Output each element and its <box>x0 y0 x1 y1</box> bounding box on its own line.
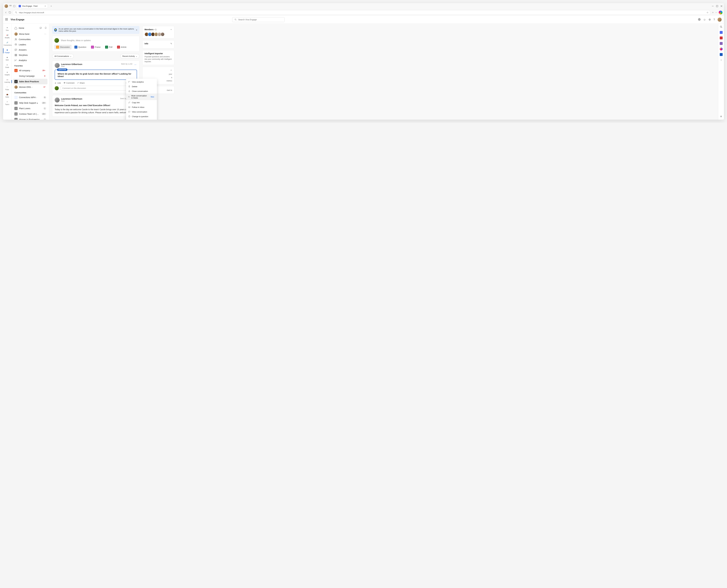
community-item[interactable]: Women ERG ✓17 <box>13 84 47 90</box>
rail-amplify[interactable]: 📢Amplify <box>3 32 11 40</box>
help-icon[interactable]: ? <box>713 18 715 21</box>
svg-point-15 <box>16 44 17 44</box>
composer-tab-discussion[interactable]: ▢Discussion <box>55 45 71 49</box>
community-item[interactable]: ▢Plant Lovers1 <box>13 106 47 111</box>
member-avatars[interactable] <box>145 32 172 36</box>
minimize-button[interactable] <box>712 5 714 7</box>
author-avatar[interactable] <box>55 98 60 103</box>
url-input[interactable]: https://engage.cloud.microsoft ✩ <box>13 10 711 15</box>
rail-insights[interactable]: ◈Insights <box>3 69 11 77</box>
user-avatar[interactable] <box>718 18 722 22</box>
svg-line-10 <box>236 20 236 20</box>
community-item[interactable]: ▢Contoso Team UX (Desig... ✓20+ <box>13 111 47 117</box>
composer-tab-article[interactable]: ▢Article <box>115 45 128 49</box>
emoji-icon[interactable]: ☺ <box>703 18 706 21</box>
post-author[interactable]: Laurence Gilbertson <box>61 98 82 100</box>
comment-input[interactable]: Comment on this discussion <box>60 86 137 90</box>
search-field[interactable] <box>238 19 283 21</box>
viva-icon: ❖ <box>6 26 9 29</box>
community-item[interactable]: ▢Sales Best Practices <box>13 79 47 84</box>
share-button[interactable]: ↗Share <box>77 82 85 84</box>
more-icon[interactable]: ⋯ <box>44 33 46 35</box>
nav-home[interactable]: Home <box>13 25 38 31</box>
menu-view-analytics[interactable]: View analytics <box>126 80 157 84</box>
edge-office-icon[interactable] <box>720 47 723 50</box>
globe-icon[interactable]: 🌐︎ <box>698 18 701 21</box>
profile-avatar[interactable] <box>4 4 8 8</box>
sort-activity[interactable]: Recent Activity⌄ <box>120 54 140 59</box>
like-button[interactable]: 👍︎Like <box>55 82 61 84</box>
copilot-icon[interactable] <box>719 10 723 14</box>
edge-toolbox-icon[interactable] <box>720 37 723 39</box>
nav-leaders[interactable]: Leaders <box>13 42 47 47</box>
rail-engage[interactable]: ▣Engage <box>3 47 11 55</box>
rail-goals[interactable]: ◎Goals <box>3 62 11 69</box>
edge-outlook-icon[interactable] <box>720 53 723 56</box>
author-avatar[interactable] <box>55 63 60 68</box>
collections-icon[interactable]: ✧ <box>712 11 714 14</box>
rail-sales[interactable]: 💼Sales <box>3 91 11 99</box>
close-window-button[interactable] <box>721 5 723 7</box>
more-icon[interactable]: ⋯ <box>715 11 717 14</box>
maximize-button[interactable] <box>716 5 718 7</box>
nav-analytics[interactable]: Analytics <box>13 58 47 63</box>
rail-learning[interactable]: 📖Learning <box>3 77 11 84</box>
rail-connections[interactable]: 🔗Connections <box>3 40 11 47</box>
svg-rect-21 <box>128 106 130 108</box>
rail-viva[interactable]: ❖Viva <box>3 25 11 32</box>
notifications-icon[interactable] <box>44 26 47 30</box>
menu-report-conversation[interactable]: Report conversation <box>126 119 157 120</box>
workspaces-icon[interactable] <box>9 5 12 7</box>
back-button[interactable] <box>4 11 7 14</box>
add-member-button[interactable]: ＋ <box>170 28 172 31</box>
nav-user[interactable]: Mona Kane ⋯ <box>13 31 47 37</box>
edge-people-icon[interactable] <box>720 42 723 45</box>
edge-search-icon[interactable] <box>720 25 723 28</box>
community-item[interactable]: ▢All company ✓20+ <box>13 68 47 73</box>
menu-follow-in-inbox[interactable]: Follow in inbox <box>126 105 157 109</box>
menu-close-conversation[interactable]: Close conversation <box>126 89 157 93</box>
favorite-icon[interactable]: ✩ <box>707 11 708 14</box>
tab-actions-icon[interactable] <box>13 5 16 7</box>
menu-view-conversation[interactable]: View conversation <box>126 109 157 114</box>
refresh-button[interactable] <box>8 11 11 14</box>
search-input[interactable] <box>232 17 285 22</box>
svg-rect-16 <box>15 54 17 55</box>
post-author[interactable]: Laurence Gilbertson <box>61 63 82 65</box>
count-badge: 20+ <box>42 69 46 72</box>
filter-conversations[interactable]: All Conversations⌄ <box>52 54 74 59</box>
community-item[interactable]: ▢Women in Engineering7 <box>13 117 47 120</box>
community-item[interactable]: ▢Giving Campaign8 <box>13 73 47 79</box>
rail-pulse[interactable]: 〰Pulse <box>3 84 11 91</box>
browser-tab[interactable]: Viva Engage - Feed ✕ <box>17 4 48 8</box>
nav-answers[interactable]: Answers <box>13 47 47 52</box>
add-button[interactable]: ＋ <box>170 69 172 71</box>
nav-communities[interactable]: Communities <box>13 37 47 42</box>
app-launcher-icon[interactable] <box>5 18 8 21</box>
menu-copy-link[interactable]: Copy link <box>126 100 157 105</box>
dismiss-icon[interactable]: ✕ <box>136 29 138 31</box>
composer-tab-question[interactable]: ▢Question <box>73 45 88 49</box>
nav-storylines[interactable]: Storylines <box>13 52 47 58</box>
menu-delete[interactable]: Delete <box>126 84 157 89</box>
post-more-button[interactable]: ⋯ <box>134 63 137 66</box>
edge-settings-icon[interactable]: ⚙ <box>720 115 723 118</box>
composer-tab-poll[interactable]: ▢Poll <box>103 45 114 49</box>
menu-mute-conversation-in-feeds[interactable]: Mute conversation in feedsNew <box>126 93 157 100</box>
rail-topics[interactable]: #Topics <box>3 99 11 106</box>
community-item[interactable]: ▢Connections WFH ✓6 <box>13 94 47 100</box>
importer-card: Intelligent Importer Populate questions … <box>142 50 174 65</box>
rail-glint[interactable]: ◉Glint <box>3 55 11 62</box>
new-tab-button[interactable]: ＋ <box>49 4 54 8</box>
menu-change-to-question[interactable]: Change to question <box>126 114 157 119</box>
composer-tab-praise[interactable]: ▢Praise <box>89 45 102 49</box>
comment-button[interactable]: 💬︎Comment <box>64 82 75 84</box>
edit-icon[interactable]: ✎ <box>170 42 172 45</box>
edge-tag-icon[interactable] <box>720 31 723 34</box>
close-icon[interactable]: ✕ <box>44 5 46 7</box>
inbox-icon[interactable] <box>39 26 42 30</box>
composer-input[interactable]: Share thoughts, ideas or updates <box>55 38 137 43</box>
community-item[interactable]: ▢Help Desk Support 🔒︎20+ <box>13 100 47 106</box>
settings-icon[interactable]: ⚙ <box>708 18 711 21</box>
edge-add-icon[interactable]: ＋ <box>720 59 723 62</box>
